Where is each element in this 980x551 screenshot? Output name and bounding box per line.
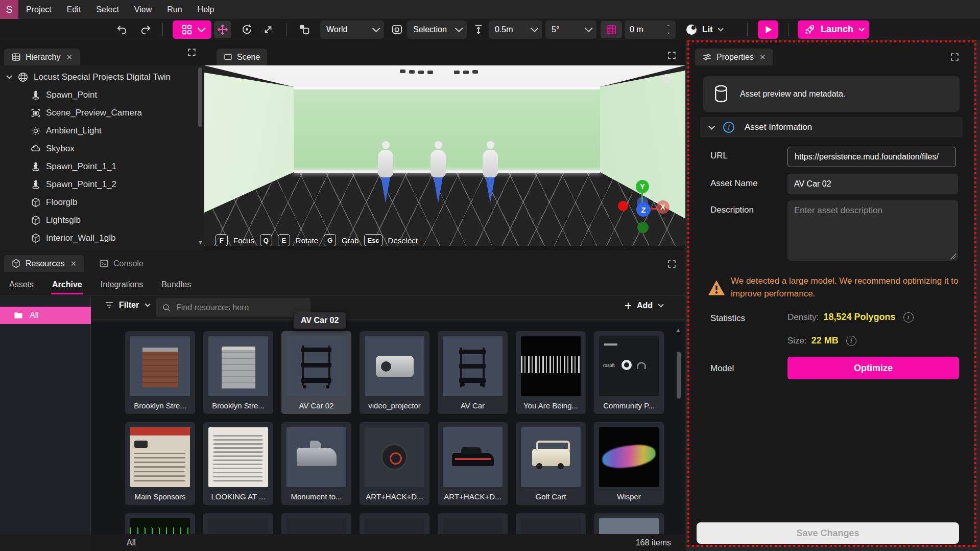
mannequin[interactable] [482,141,499,203]
asset-card[interactable]: rosoft Community P... [594,331,664,414]
asset-card[interactable] [281,513,351,534]
resize-handle[interactable] [951,254,956,259]
chevron-down-icon[interactable] [708,123,715,130]
folder-all[interactable]: All [0,307,91,324]
close-icon[interactable]: ✕ [66,53,73,62]
tree-item-ambient-light[interactable]: Ambient_Light [31,122,204,140]
frame-tool-button[interactable] [388,21,405,38]
expand-panel-icon[interactable] [950,53,959,61]
tree-item-skybox[interactable]: Skybox [31,140,204,157]
section-asset-information[interactable]: i Asset Information [700,117,963,137]
instance-tool-button[interactable] [296,21,314,38]
scale-tool-button[interactable] [259,21,277,38]
grid-snap-button[interactable] [601,21,622,38]
tree-item-partial[interactable] [31,247,204,250]
menu-select[interactable]: Select [88,0,126,19]
asset-card[interactable]: Main Sponsors [125,422,195,505]
search-box[interactable] [156,298,310,317]
asset-card-selected[interactable]: AV Car 02 [281,331,351,414]
tab-console[interactable]: Console [92,255,151,272]
gizmo-green-dot[interactable] [637,222,649,233]
asset-card[interactable] [516,513,586,534]
asset-card[interactable]: ART+HACK+D... [438,422,508,505]
expand-panel-icon[interactable] [667,260,676,268]
tab-hierarchy[interactable]: Hierarchy ✕ [4,49,80,65]
save-changes-button[interactable]: Save Changes [697,522,959,544]
asset-card[interactable]: Brooklyn Stre... [203,331,273,414]
asset-card[interactable] [125,513,195,534]
tree-item-interior-wall-1glb[interactable]: Interior_Wall_1glb [31,229,204,247]
asset-name-input[interactable] [787,174,958,194]
tab-resources[interactable]: Resources ✕ [4,255,84,272]
search-input[interactable] [176,303,294,312]
snap-angle-dropdown[interactable]: 5° [545,20,596,39]
app-logo[interactable]: S [0,0,18,19]
gizmo-y-handle[interactable]: Y [636,180,649,193]
tab-scene[interactable]: Scene [217,49,267,65]
stepper-arrows-icon[interactable]: ⌃⌄ [666,25,671,34]
rotate-tool-button[interactable] [238,21,255,38]
grid-scrollbar[interactable]: ▲ [676,327,681,529]
close-icon[interactable]: ✕ [70,259,77,268]
snap-distance-dropdown[interactable]: 0.5m [489,20,542,39]
optimize-button[interactable]: Optimize [787,357,959,379]
asset-card[interactable]: Wisper [594,422,664,505]
launch-button[interactable]: Launch [798,20,869,39]
filter-dropdown[interactable]: Filter [104,300,149,310]
grid-scrollbar-thumb[interactable] [677,352,681,399]
snap-tool-button[interactable] [470,21,487,38]
tree-item-floorglb[interactable]: Floorglb [31,193,204,211]
menu-run[interactable]: Run [159,0,189,19]
render-mode-dropdown[interactable]: Lit [685,24,722,36]
add-button[interactable]: Add [624,301,662,310]
space-dropdown[interactable]: World [320,20,384,39]
tree-item-spawn-point[interactable]: Spawn_Point [31,86,204,104]
move-tool-button[interactable] [214,21,231,38]
info-icon[interactable]: i [903,312,914,323]
asset-card[interactable]: Brooklyn Stre... [125,331,195,414]
gizmo-z-handle[interactable]: Z [636,202,651,217]
menu-project[interactable]: Project [18,0,59,19]
viewport-3d[interactable]: Y X Z F Focus Q E Rotate G Grab Esc Dese… [204,65,685,246]
menu-help[interactable]: Help [190,0,222,19]
tree-item-spawn-point-1-2[interactable]: Spawn_Point_1_2 [31,175,204,193]
subtab-bundles[interactable]: Bundles [161,276,191,295]
asset-card[interactable] [594,513,664,534]
tree-item-spawn-point-1-1[interactable]: Spawn_Point_1_1 [31,157,204,175]
asset-card[interactable] [438,513,508,534]
asset-card[interactable]: ART+HACK+D... [360,422,429,505]
asset-card[interactable]: You Are Being... [516,331,586,414]
expand-panel-icon[interactable] [187,48,196,57]
layout-grid-button[interactable] [173,20,211,39]
tree-item-lightsglb[interactable]: Lightsglb [31,211,204,229]
asset-card[interactable]: video_projector [360,331,429,414]
pivot-dropdown[interactable]: Selection [407,20,467,39]
subtab-archive[interactable]: Archive [52,276,82,295]
url-input[interactable] [787,147,956,167]
tree-root-item[interactable]: Locust Special Projects Digital Twin [6,68,200,86]
viewport-settings-gear-icon[interactable] [660,73,673,85]
scroll-down-arrow-icon[interactable]: ▼ [198,239,203,245]
asset-card[interactable]: Golf Cart [516,422,586,505]
mannequin[interactable] [377,141,394,203]
chevron-down-icon[interactable] [6,73,12,79]
elevation-stepper[interactable]: 0 m ⌃⌄ [625,20,676,39]
mannequin[interactable] [429,141,447,203]
subtab-assets[interactable]: Assets [9,276,34,295]
gizmo-x-handle[interactable]: X [656,200,670,214]
hierarchy-scrollbar[interactable] [198,67,202,127]
tab-properties[interactable]: Properties ✕ [695,49,773,65]
expand-panel-icon[interactable] [667,51,676,60]
description-textarea[interactable] [787,200,958,261]
menu-edit[interactable]: Edit [59,0,89,19]
asset-card[interactable]: AV Car [438,331,508,414]
asset-card[interactable] [203,513,273,534]
redo-button[interactable] [137,21,154,38]
asset-card[interactable]: LOOKING AT ... [203,422,273,505]
gizmo-red-dot[interactable] [618,201,628,211]
info-icon[interactable]: i [846,336,856,346]
subtab-integrations[interactable]: Integrations [101,276,144,295]
undo-button[interactable] [113,21,131,38]
scroll-up-arrow-icon[interactable]: ▲ [676,327,681,333]
asset-card[interactable] [360,513,429,534]
